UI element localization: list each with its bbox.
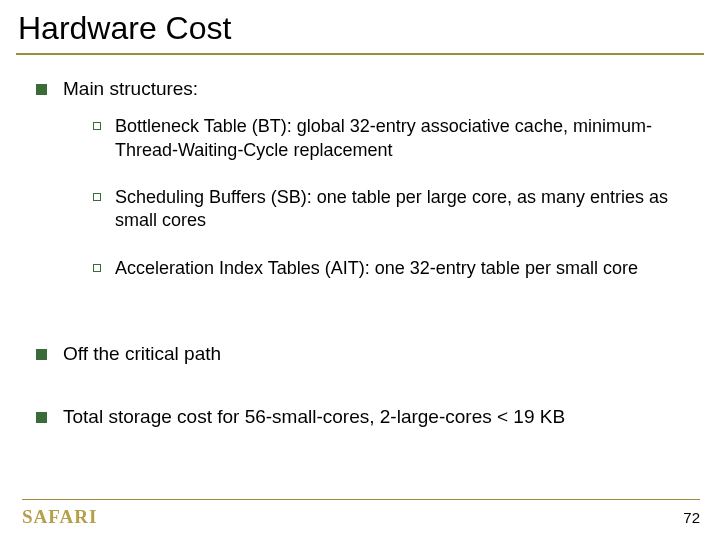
sub-bullet-text: Scheduling Buffers (SB): one table per l… [115, 186, 696, 233]
square-bullet-icon [36, 412, 47, 423]
bullet-text: Main structures: Bottleneck Table (BT): … [63, 77, 696, 304]
bullet-off-critical-path: Off the critical path [36, 342, 696, 366]
sub-bullet-sb: Scheduling Buffers (SB): one table per l… [93, 186, 696, 233]
sub-bullet-list: Bottleneck Table (BT): global 32-entry a… [63, 115, 696, 280]
bullet-label: Total storage cost for 56-small-cores, 2… [63, 405, 696, 429]
sub-bullet-text: Bottleneck Table (BT): global 32-entry a… [115, 115, 696, 162]
sub-bullet-ait: Acceleration Index Tables (AIT): one 32-… [93, 257, 696, 280]
slide: Hardware Cost Main structures: Bottlenec… [0, 0, 720, 540]
bullet-total-storage: Total storage cost for 56-small-cores, 2… [36, 405, 696, 429]
sub-bullet-bt: Bottleneck Table (BT): global 32-entry a… [93, 115, 696, 162]
hollow-square-icon [93, 264, 101, 272]
page-number: 72 [683, 509, 700, 526]
bullet-main-structures: Main structures: Bottleneck Table (BT): … [36, 77, 696, 304]
bullet-label: Main structures: [63, 78, 198, 99]
slide-footer: SAFARI 72 [22, 499, 700, 529]
bullet-label: Off the critical path [63, 342, 696, 366]
safari-logo: SAFARI [22, 506, 97, 528]
hollow-square-icon [93, 122, 101, 130]
footer-rule [22, 499, 700, 501]
square-bullet-icon [36, 84, 47, 95]
slide-content: Main structures: Bottleneck Table (BT): … [0, 55, 720, 429]
slide-title: Hardware Cost [0, 0, 720, 51]
sub-bullet-text: Acceleration Index Tables (AIT): one 32-… [115, 257, 638, 280]
hollow-square-icon [93, 193, 101, 201]
footer-row: SAFARI 72 [22, 506, 700, 528]
square-bullet-icon [36, 349, 47, 360]
